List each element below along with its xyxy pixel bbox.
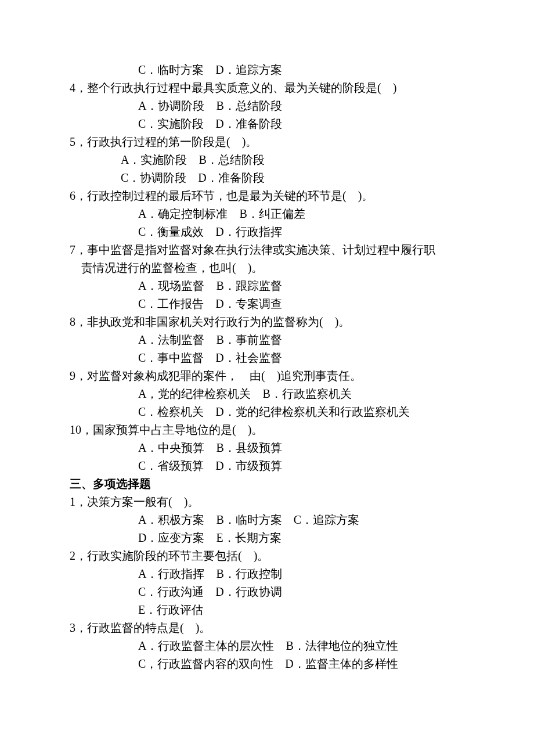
q10-options-ab: A．中央预算 B．县级预算 <box>70 439 464 457</box>
q6-stem: 6，行政控制过程的最后环节，也是最为关键的环节是( )。 <box>70 187 464 205</box>
q4-options-ab: A．协调阶段 B．总结阶段 <box>70 97 464 115</box>
m3-options-cd: C，行政监督内容的双向性 D．监督主体的多样性 <box>70 655 464 673</box>
q9-options-cd: C．检察机关 D．党的纪律检察机关和行政监察机关 <box>70 403 464 421</box>
q6-options-ab: A．确定控制标准 B．纠正偏差 <box>70 205 464 223</box>
section-3-heading: 三、多项选择题 <box>70 475 464 493</box>
q7-stem-line1: 7，事中监督是指对监督对象在执行法律或实施决策、计划过程中履行职 <box>70 241 464 259</box>
q9-options-ab: A，党的纪律检察机关 B．行政监察机关 <box>70 385 464 403</box>
q9-stem: 9，对监督对象构成犯罪的案件， 由( )追究刑事责任。 <box>70 367 464 385</box>
q8-stem: 8，非执政党和非国家机关对行政行为的监督称为( )。 <box>70 313 464 331</box>
q7-options-cd: C．工作报告 D．专案调查 <box>70 295 464 313</box>
m1-stem: 1，决策方案一般有( )。 <box>70 493 464 511</box>
q6-options-cd: C．衡量成效 D．行政指挥 <box>70 223 464 241</box>
m1-options-abc: A．积极方案 B．临时方案 C．追踪方案 <box>70 511 464 529</box>
m2-stem: 2，行政实施阶段的环节主要包括( )。 <box>70 547 464 565</box>
q5-options-cd: C．协调阶段 D．准备阶段 <box>70 169 464 187</box>
q4-stem: 4，整个行政执行过程中最具实质意义的、最为关键的阶段是( ) <box>70 79 464 97</box>
m3-options-ab: A．行政监督主体的层次性 B．法律地位的独立性 <box>70 637 464 655</box>
q7-options-ab: A．现场监督 B．跟踪监督 <box>70 277 464 295</box>
q3-options-cd: C．临时方案 D．追踪方案 <box>70 61 464 79</box>
q8-options-cd: C．事中监督 D．社会监督 <box>70 349 464 367</box>
m2-options-e: E．行政评估 <box>70 601 464 619</box>
m2-options-ab: A．行政指挥 B．行政控制 <box>70 565 464 583</box>
q8-options-ab: A．法制监督 B．事前监督 <box>70 331 464 349</box>
m3-stem: 3，行政监督的特点是( )。 <box>70 619 464 637</box>
document-page: C．临时方案 D．追踪方案 4，整个行政执行过程中最具实质意义的、最为关键的阶段… <box>0 0 534 756</box>
q4-options-cd: C．实施阶段 D．准备阶段 <box>70 115 464 133</box>
q5-stem: 5，行政执行过程的第一阶段是( )。 <box>70 133 464 151</box>
m1-options-de: D．应变方案 E．长期方案 <box>70 529 464 547</box>
q7-stem-line2: 责情况进行的监督检查，也叫( )。 <box>70 259 464 277</box>
q10-stem: 10，国家预算中占主导地位的是( )。 <box>70 421 464 439</box>
q10-options-cd: C．省级预算 D．市级预算 <box>70 457 464 475</box>
q5-options-ab: A．实施阶段 B．总结阶段 <box>70 151 464 169</box>
m2-options-cd: C．行政沟通 D．行政协调 <box>70 583 464 601</box>
